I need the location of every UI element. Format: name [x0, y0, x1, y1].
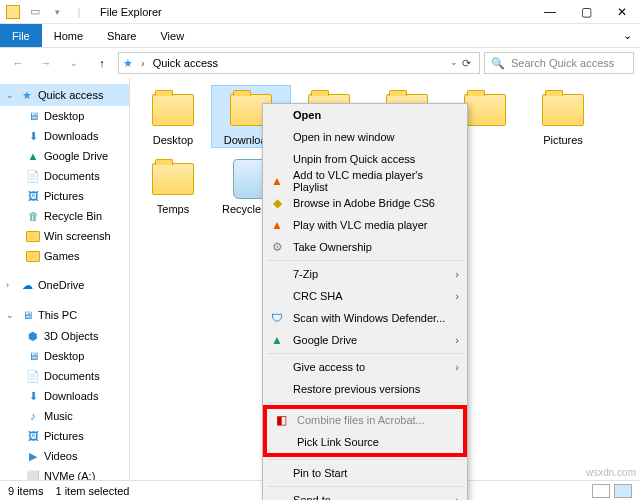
collapse-icon[interactable]: ⌄: [6, 90, 16, 100]
file-item[interactable]: Temps: [134, 155, 212, 229]
sidebar-item-this-pc[interactable]: ⌄🖥This PC: [0, 304, 129, 326]
ctx-pick-link-source[interactable]: Pick Link Source: [267, 431, 463, 453]
file-item[interactable]: Desktop: [134, 86, 212, 147]
drive-icon: ⬜: [26, 469, 40, 480]
separator: [267, 486, 463, 487]
context-menu: Open Open in new window Unpin from Quick…: [262, 103, 468, 500]
sidebar-item-documents-pc[interactable]: 📄Documents: [0, 366, 129, 386]
search-input[interactable]: 🔍 Search Quick access: [484, 52, 634, 74]
sidebar-item-videos[interactable]: ▶Videos: [0, 446, 129, 466]
sidebar-item-recycle-bin[interactable]: 🗑Recycle Bin: [0, 206, 129, 226]
folder-icon: [149, 90, 197, 130]
tab-share[interactable]: Share: [95, 24, 148, 47]
documents-icon: 📄: [26, 169, 40, 183]
sidebar-item-pictures-pc[interactable]: 🖼Pictures: [0, 426, 129, 446]
vlc-icon: ▲: [269, 217, 285, 233]
sidebar-item-nvme[interactable]: ⬜NVMe (A:): [0, 466, 129, 480]
chevron-right-icon[interactable]: ›: [141, 57, 145, 69]
dropdown-icon[interactable]: ⌄: [450, 57, 458, 70]
sidebar-item-pictures[interactable]: 🖼Pictures: [0, 186, 129, 206]
refresh-icon[interactable]: ⟳: [462, 57, 471, 70]
folder-icon: [26, 229, 40, 243]
ctx-gdrive[interactable]: ▲Google Drive›: [263, 329, 467, 351]
pictures-icon: 🖼: [26, 429, 40, 443]
ribbon-expand-icon[interactable]: ⌄: [615, 29, 640, 42]
separator: [267, 402, 463, 403]
ctx-combine-acrobat[interactable]: ◧Combine files in Acrobat...: [267, 409, 463, 431]
pc-icon: 🖥: [20, 308, 34, 322]
sidebar-item-quick-access[interactable]: ⌄ ★ Quick access: [0, 84, 129, 106]
ctx-7zip[interactable]: 7-Zip›: [263, 263, 467, 285]
close-button[interactable]: ✕: [604, 0, 640, 24]
separator: [267, 459, 463, 460]
icons-view-icon[interactable]: [614, 484, 632, 498]
tab-view[interactable]: View: [148, 24, 196, 47]
tab-home[interactable]: Home: [42, 24, 95, 47]
sidebar-item-documents[interactable]: 📄Documents: [0, 166, 129, 186]
forward-button[interactable]: →: [34, 51, 58, 75]
details-view-icon[interactable]: [592, 484, 610, 498]
acrobat-icon: ◧: [273, 412, 289, 428]
sidebar-item-games[interactable]: Games: [0, 246, 129, 266]
search-placeholder: Search Quick access: [511, 57, 614, 69]
ctx-take-ownership[interactable]: ⚙Take Ownership: [263, 236, 467, 258]
folder-icon: [4, 3, 22, 21]
ctx-open[interactable]: Open: [263, 104, 467, 126]
ctx-crc-sha[interactable]: CRC SHA›: [263, 285, 467, 307]
music-icon: ♪: [26, 409, 40, 423]
bridge-icon: ◆: [269, 195, 285, 211]
ctx-vlc-add[interactable]: ▲Add to VLC media player's Playlist: [263, 170, 467, 192]
sidebar-item-onedrive[interactable]: ›☁OneDrive: [0, 274, 129, 296]
downloads-icon: ⬇: [26, 129, 40, 143]
3d-icon: ⬢: [26, 329, 40, 343]
gdrive-icon: ▲: [269, 332, 285, 348]
downloads-icon: ⬇: [26, 389, 40, 403]
videos-icon: ▶: [26, 449, 40, 463]
folder-icon: [461, 90, 509, 130]
status-selected: 1 item selected: [55, 485, 129, 497]
qat-item[interactable]: ▭: [26, 3, 44, 21]
ctx-send-to[interactable]: Send to›: [263, 489, 467, 500]
sidebar-item-music[interactable]: ♪Music: [0, 406, 129, 426]
file-label: Pictures: [524, 134, 602, 147]
chevron-right-icon: ›: [455, 334, 459, 346]
sidebar-item-desktop-pc[interactable]: 🖥Desktop: [0, 346, 129, 366]
recycle-bin-icon: 🗑: [26, 209, 40, 223]
star-icon: ★: [123, 57, 133, 70]
expand-icon[interactable]: ›: [6, 280, 16, 290]
collapse-icon[interactable]: ⌄: [6, 310, 16, 320]
sidebar-item-downloads[interactable]: ⬇Downloads: [0, 126, 129, 146]
ribbon-tabs: File Home Share View ⌄: [0, 24, 640, 48]
file-label: Temps: [134, 203, 212, 216]
ctx-bridge[interactable]: ◆Browse in Adobe Bridge CS6: [263, 192, 467, 214]
sidebar-item-google-drive[interactable]: ▲Google Drive: [0, 146, 129, 166]
tab-file[interactable]: File: [0, 24, 42, 47]
vlc-icon: ▲: [269, 173, 285, 189]
ctx-unpin[interactable]: Unpin from Quick access: [263, 148, 467, 170]
sidebar-item-win-screensh[interactable]: Win screensh: [0, 226, 129, 246]
sidebar-item-downloads-pc[interactable]: ⬇Downloads: [0, 386, 129, 406]
file-item[interactable]: Pictures: [524, 86, 602, 147]
ctx-defender[interactable]: 🛡Scan with Windows Defender...: [263, 307, 467, 329]
search-icon: 🔍: [491, 57, 505, 70]
breadcrumb-location[interactable]: Quick access: [153, 57, 218, 69]
ctx-vlc-play[interactable]: ▲Play with VLC media player: [263, 214, 467, 236]
ctx-give-access[interactable]: Give access to›: [263, 356, 467, 378]
qat-separator: |: [70, 3, 88, 21]
ctx-open-new-window[interactable]: Open in new window: [263, 126, 467, 148]
separator: [267, 353, 463, 354]
sidebar-item-desktop[interactable]: 🖥Desktop: [0, 106, 129, 126]
ctx-pin-start[interactable]: Pin to Start: [263, 462, 467, 484]
sidebar-item-3d-objects[interactable]: ⬢3D Objects: [0, 326, 129, 346]
ctx-restore[interactable]: Restore previous versions: [263, 378, 467, 400]
chevron-right-icon: ›: [455, 290, 459, 302]
minimize-button[interactable]: —: [532, 0, 568, 24]
breadcrumb[interactable]: ★ › Quick access ⌄ ⟳: [118, 52, 480, 74]
qat-dropdown-icon[interactable]: ▾: [48, 3, 66, 21]
back-button[interactable]: ←: [6, 51, 30, 75]
maximize-button[interactable]: ▢: [568, 0, 604, 24]
recent-dropdown-icon[interactable]: ⌄: [62, 51, 86, 75]
up-button[interactable]: ↑: [90, 51, 114, 75]
separator: [267, 260, 463, 261]
ownership-icon: ⚙: [269, 239, 285, 255]
